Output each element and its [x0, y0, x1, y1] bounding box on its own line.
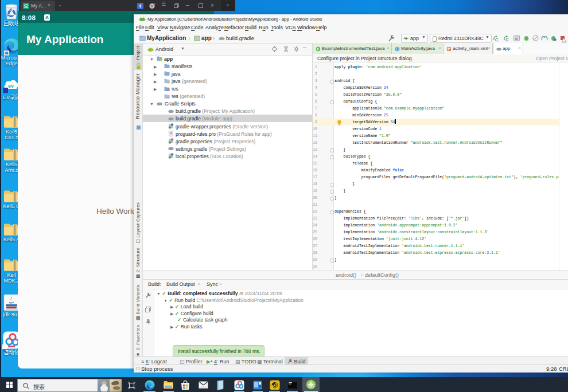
svg-text:C: C — [505, 37, 509, 42]
svg-text:C: C — [396, 46, 399, 50]
svg-text:C: C — [495, 37, 499, 42]
svg-text:ev: ev — [8, 83, 14, 89]
